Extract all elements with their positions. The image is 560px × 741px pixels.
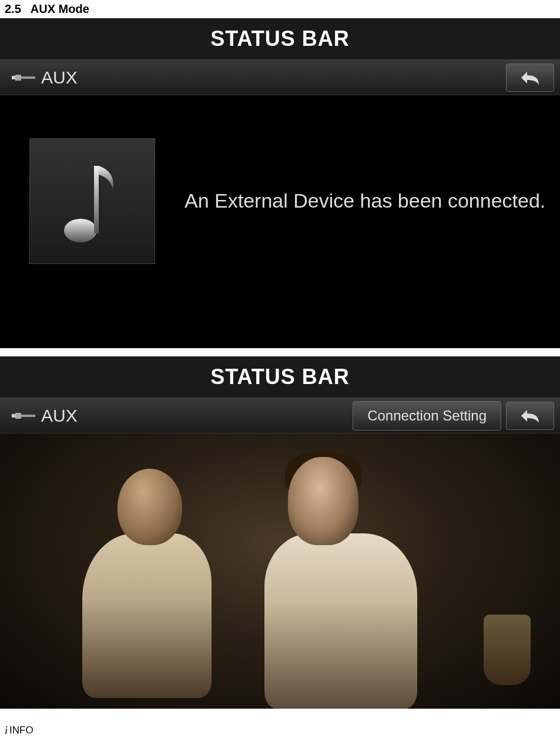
connection-message: An External Device has been connected. [185,187,545,215]
video-playback-area[interactable] [0,433,560,709]
header-row: AUX [0,60,560,95]
aux-connector-icon [12,72,35,84]
screen-aux-audio: STATUS BAR AUX An External Device has be… [0,18,560,348]
connection-setting-button[interactable]: Connection Setting [353,401,501,430]
info-icon: i [5,723,8,738]
status-bar: STATUS BAR [0,18,560,60]
svg-rect-7 [21,415,35,417]
header-row: AUX Connection Setting [0,398,560,433]
section-heading: 2.5 AUX Mode [0,0,560,18]
back-arrow-icon [520,69,540,86]
section-number: 2.5 [5,2,21,15]
svg-point-3 [64,219,97,242]
video-frame [0,433,560,709]
svg-rect-5 [12,414,15,418]
svg-rect-6 [15,413,21,419]
aux-connector-icon [12,410,35,422]
music-note-placeholder [29,138,155,264]
svg-rect-1 [15,75,21,81]
section-title-text: AUX Mode [31,2,89,15]
music-note-icon [60,157,125,245]
svg-rect-0 [12,76,15,79]
aux-mode-label: AUX [41,406,353,426]
status-bar: STATUS BAR [0,356,560,398]
info-section: i INFO • If an external device connector… [0,717,560,741]
screen-aux-video: STATUS BAR AUX Connection Setting [0,356,560,709]
back-button[interactable] [506,402,554,430]
aux-mode-label: AUX [41,68,506,88]
svg-rect-4 [94,166,99,233]
back-arrow-icon [520,408,540,424]
content-area: An External Device has been connected. [0,95,560,348]
back-button[interactable] [506,64,554,92]
svg-rect-2 [21,76,35,79]
info-header: i INFO [5,723,555,738]
info-label: INFO [9,723,33,738]
